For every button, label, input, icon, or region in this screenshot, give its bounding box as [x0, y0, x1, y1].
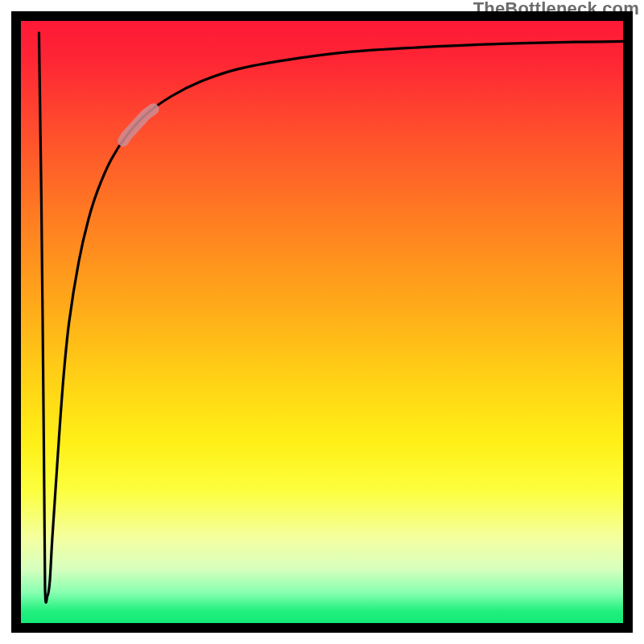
curve-path: [39, 33, 623, 602]
chart-frame: TheBottleneck.com: [0, 0, 644, 644]
plot-area: [11, 11, 633, 633]
highlight-path: [123, 109, 153, 141]
bottleneck-curve: [21, 21, 623, 623]
